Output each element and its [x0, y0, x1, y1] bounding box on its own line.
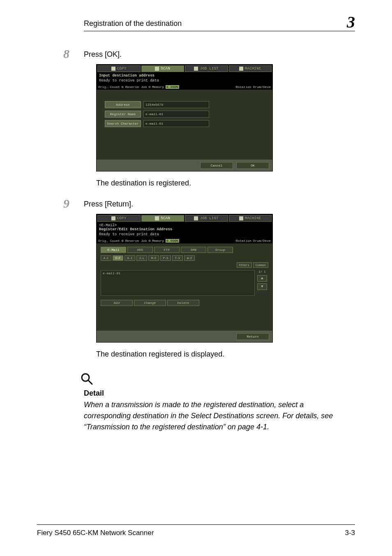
step-number-9: 9: [63, 197, 84, 210]
return-button[interactable]: Return: [236, 333, 269, 340]
machine-icon: [239, 67, 243, 71]
chapter-number: 3: [347, 12, 355, 32]
footer-product: Fiery S450 65C-KM Network Scanner: [37, 529, 154, 537]
tab-scan[interactable]: SCAN: [141, 65, 184, 72]
address-value: 1234e5678: [143, 101, 209, 108]
address-button[interactable]: Address: [105, 101, 141, 108]
ok-button[interactable]: OK: [236, 162, 269, 169]
others-button[interactable]: Others: [237, 262, 252, 268]
dest-tab-smb[interactable]: SMB: [181, 247, 206, 253]
change-button[interactable]: Change: [134, 300, 166, 306]
tab-machine[interactable]: MACHINE: [229, 215, 272, 222]
tab-copy[interactable]: COPY: [97, 65, 141, 72]
joblist-icon: [194, 216, 198, 220]
alpha-df[interactable]: D-F: [113, 255, 123, 261]
alpha-jl[interactable]: J-L: [136, 255, 147, 261]
step-text-8: Press [OK].: [84, 48, 122, 59]
breadcrumb: <E-Mail>: [99, 223, 270, 227]
ready-message: Ready to receive print data: [99, 79, 270, 83]
cancel-button[interactable]: Cancel: [200, 162, 233, 169]
alpha-mo[interactable]: M-O: [148, 255, 159, 261]
dest-tab-ftp[interactable]: FTP: [154, 247, 180, 253]
screenshot-input-destination: COPY SCAN JOB LIST MACHINE Input destina…: [96, 64, 273, 171]
search-character-value: e-mail-01: [143, 120, 209, 127]
detail-heading: Detail: [84, 389, 355, 398]
alpha-tv[interactable]: T-V: [172, 255, 183, 261]
dest-tab-hdd[interactable]: HDD: [127, 247, 153, 253]
add-button[interactable]: Add: [101, 300, 133, 306]
status-bar: Orig. Count0 Reserve Job0 Memory0.000% R…: [97, 239, 272, 243]
dest-tab-group[interactable]: Group: [208, 247, 233, 253]
running-head: Registration of the destination: [84, 19, 182, 28]
tab-joblist[interactable]: JOB LIST: [185, 215, 228, 222]
page-down-button[interactable]: ▼: [257, 283, 267, 290]
svg-line-1: [88, 380, 92, 384]
common-button[interactable]: Common: [253, 262, 268, 268]
step8-result: The destination is registered.: [96, 179, 355, 188]
alpha-ps[interactable]: P-S: [160, 255, 171, 261]
dest-tab-email[interactable]: E-Mail: [101, 247, 126, 253]
delete-button[interactable]: Delete: [167, 300, 199, 306]
alpha-ac[interactable]: A-C: [101, 255, 111, 261]
table-row[interactable]: e-mail-01: [103, 271, 253, 275]
joblist-icon: [194, 67, 198, 71]
step-number-8: 8: [63, 48, 84, 60]
header-rule: [84, 31, 355, 31]
step9-result: The destination registered is displayed.: [96, 350, 355, 359]
ready-message: Ready to receive print data: [99, 232, 270, 236]
tab-scan[interactable]: SCAN: [141, 215, 184, 222]
footer-rule: [37, 524, 355, 525]
status-bar: Orig. Count0 Reserve Job0 Memory0.000% R…: [97, 85, 272, 90]
tab-machine[interactable]: MACHINE: [229, 65, 272, 72]
alpha-gi[interactable]: G-I: [125, 255, 135, 261]
register-name-value: e-mail-01: [143, 111, 209, 118]
page-indicator: 1/ 1: [259, 270, 266, 273]
register-name-button[interactable]: Register Name: [105, 111, 141, 118]
search-character-button[interactable]: Search Character: [105, 120, 141, 127]
address-table[interactable]: e-mail-01: [101, 270, 255, 296]
copy-icon: [111, 216, 115, 220]
screen-title: Input destination address: [99, 74, 270, 78]
screenshot-register-edit: COPY SCAN JOB LIST MACHINE <E-Mail> Regi…: [96, 214, 273, 343]
page-up-button[interactable]: ▲: [257, 275, 267, 282]
detail-body: When a transmission is made to the regis…: [84, 399, 347, 433]
magnifier-icon: [80, 372, 94, 386]
tab-copy[interactable]: COPY: [97, 215, 141, 222]
scan-icon: [155, 67, 159, 71]
step-text-9: Press [Return].: [84, 197, 133, 208]
machine-icon: [239, 216, 243, 220]
footer-page: 3-3: [345, 529, 355, 537]
tab-joblist[interactable]: JOB LIST: [185, 65, 228, 72]
screen-title: Register/Edit Destination Address: [99, 227, 270, 232]
scan-icon: [155, 216, 159, 220]
alpha-wz[interactable]: W-Z: [184, 255, 195, 261]
copy-icon: [111, 67, 115, 71]
